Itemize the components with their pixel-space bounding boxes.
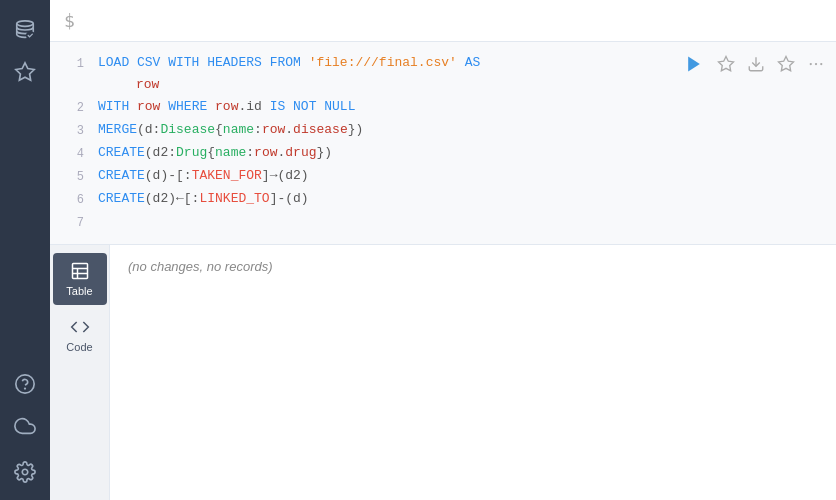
settings-icon[interactable] (7, 454, 43, 490)
svg-rect-12 (72, 264, 87, 279)
code-line-3: 3 MERGE(d:Disease{name:row.disease}) (60, 119, 826, 142)
database-icon[interactable] (7, 12, 43, 48)
svg-marker-7 (719, 57, 734, 71)
tab-code[interactable]: Code (53, 309, 107, 361)
cloud-icon[interactable] (7, 408, 43, 444)
dollar-sign: $ (64, 10, 75, 31)
code-editor: 1 LOAD CSV WITH HEADERS FROM 'file:///fi… (50, 42, 836, 245)
svg-marker-6 (688, 57, 700, 72)
svg-point-3 (16, 375, 34, 393)
pin-icon[interactable] (776, 54, 796, 74)
result-area: Table Code (no changes, no records) (50, 245, 836, 500)
sidebar (0, 0, 50, 500)
code-line-7: 7 (60, 211, 826, 234)
result-content: (no changes, no records) (110, 245, 836, 500)
run-button[interactable] (682, 52, 706, 76)
svg-marker-2 (16, 63, 34, 80)
tab-table[interactable]: Table (53, 253, 107, 305)
editor-wrapper: 1 LOAD CSV WITH HEADERS FROM 'file:///fi… (50, 42, 836, 500)
code-line-2: 2 WITH row WHERE row.id IS NOT NULL (60, 96, 826, 119)
star-icon[interactable] (7, 54, 43, 90)
code-line-4: 4 CREATE(d2:Drug{name:row.drug}) (60, 142, 826, 165)
result-message: (no changes, no records) (128, 259, 273, 274)
code-line-6: 6 CREATE(d2)←[:LINKED_TO]-(d) (60, 188, 826, 211)
svg-point-0 (17, 21, 34, 27)
editor-actions (682, 52, 826, 76)
svg-point-5 (22, 469, 28, 475)
result-tabs: Table Code (50, 245, 110, 500)
code-lines: 1 LOAD CSV WITH HEADERS FROM 'file:///fi… (50, 52, 836, 234)
more-icon[interactable] (806, 54, 826, 74)
download-icon[interactable] (746, 54, 766, 74)
help-icon[interactable] (7, 366, 43, 402)
tab-table-label: Table (66, 285, 92, 297)
topbar: $ (50, 0, 836, 42)
main-panel: $ (50, 0, 836, 500)
star-action-icon[interactable] (716, 54, 736, 74)
tab-code-label: Code (66, 341, 92, 353)
code-line-5: 5 CREATE(d)-[:TAKEN_FOR]→(d2) (60, 165, 826, 188)
